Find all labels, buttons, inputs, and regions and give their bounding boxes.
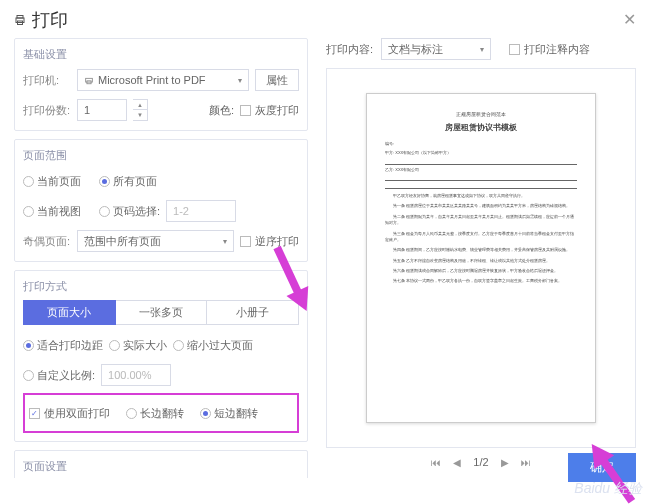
confirm-button[interactable]: 确定 xyxy=(568,453,636,482)
color-label: 颜色: xyxy=(209,103,234,118)
print-icon xyxy=(14,14,26,26)
close-icon[interactable]: ✕ xyxy=(623,10,636,29)
page-select-input[interactable]: 1-2 xyxy=(166,200,236,222)
radio-long-edge[interactable]: 长边翻转 xyxy=(126,406,184,421)
group-page-range: 页面范围 当前页面 所有页面 当前视图 页码选择: 1-2 奇偶页面: 范围中所… xyxy=(14,139,308,262)
tab-page-size[interactable]: 页面大小 xyxy=(23,300,116,325)
radio-current-page[interactable]: 当前页面 xyxy=(23,174,81,189)
basic-title: 基础设置 xyxy=(23,47,299,62)
tab-booklet[interactable]: 小册子 xyxy=(207,300,299,325)
pager-prev[interactable]: ◀ xyxy=(453,457,461,468)
tab-multi-page[interactable]: 一张多页 xyxy=(116,300,208,325)
chevron-down-icon: ▾ xyxy=(223,237,227,246)
custom-scale-input[interactable]: 100.00% xyxy=(101,364,171,386)
radio-all-pages[interactable]: 所有页面 xyxy=(99,174,157,189)
dialog-title: 打印 xyxy=(32,8,68,32)
print-mode-title: 打印方式 xyxy=(23,279,299,294)
printer-select[interactable]: Microsoft Print to PDF ▾ xyxy=(77,69,249,91)
pager-next[interactable]: ▶ xyxy=(501,457,509,468)
group-page-setup: 页面设置 纸张大小: A4▾ 页边距 纸张方向: 自动横向/纵向 纵向 横向 xyxy=(14,450,308,478)
radio-custom-scale[interactable]: 自定义比例: xyxy=(23,368,95,383)
page-setup-title: 页面设置 xyxy=(23,459,299,474)
printer-small-icon xyxy=(84,75,94,85)
page-range-title: 页面范围 xyxy=(23,148,299,163)
properties-button[interactable]: 属性 xyxy=(255,69,299,91)
radio-actual-size[interactable]: 实际大小 xyxy=(109,338,167,353)
chevron-down-icon: ▾ xyxy=(238,76,242,85)
preview-area: 正规房屋租赁合同范本 房屋租赁协议书模板 编号: 甲方: XXX有限公司（以下简… xyxy=(326,68,636,448)
radio-fit-margin[interactable]: 适合打印边距 xyxy=(23,338,103,353)
watermark: Baidu 经验 xyxy=(574,480,642,498)
annotations-checkbox[interactable]: 打印注释内容 xyxy=(509,42,590,57)
odd-even-select[interactable]: 范围中所有页面▾ xyxy=(77,230,234,252)
grayscale-checkbox[interactable]: 灰度打印 xyxy=(240,103,299,118)
group-print-mode: 打印方式 页面大小 一张多页 小册子 适合打印边距 实际大小 缩小过大页面 自定… xyxy=(14,270,308,442)
copies-spinner[interactable]: ▲▼ xyxy=(133,99,148,121)
chevron-down-icon: ▾ xyxy=(480,45,484,54)
duplex-highlight: 使用双面打印 长边翻转 短边翻转 xyxy=(23,393,299,433)
radio-short-edge[interactable]: 短边翻转 xyxy=(200,406,258,421)
group-basic: 基础设置 打印机: Microsoft Print to PDF ▾ 属性 打印… xyxy=(14,38,308,131)
print-content-label: 打印内容: xyxy=(326,42,373,57)
radio-page-select[interactable]: 页码选择: xyxy=(99,204,160,219)
page-preview: 正规房屋租赁合同范本 房屋租赁协议书模板 编号: 甲方: XXX有限公司（以下简… xyxy=(366,93,596,423)
pager-info: 1/2 xyxy=(473,456,488,468)
odd-even-label: 奇偶页面: xyxy=(23,234,71,249)
copies-label: 打印份数: xyxy=(23,103,71,118)
reverse-checkbox[interactable]: 逆序打印 xyxy=(240,234,299,249)
printer-label: 打印机: xyxy=(23,73,71,88)
print-content-select[interactable]: 文档与标注▾ xyxy=(381,38,491,60)
radio-current-view[interactable]: 当前视图 xyxy=(23,204,81,219)
duplex-checkbox[interactable]: 使用双面打印 xyxy=(29,406,110,421)
radio-shrink[interactable]: 缩小过大页面 xyxy=(173,338,253,353)
pager-last[interactable]: ⏭ xyxy=(521,457,531,468)
pager-first[interactable]: ⏮ xyxy=(431,457,441,468)
copies-input[interactable]: 1 xyxy=(77,99,127,121)
